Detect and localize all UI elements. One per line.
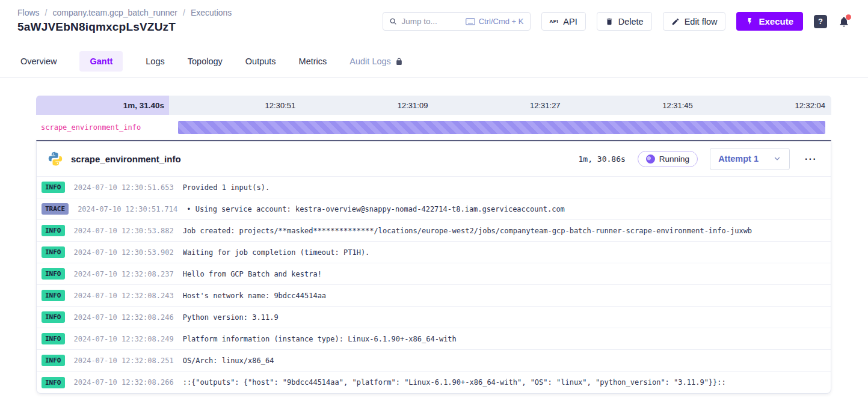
gantt-ticks: 12:30:5112:31:0912:31:2712:31:4512:32:04 bbox=[169, 96, 831, 115]
breadcrumb-item[interactable]: Executions bbox=[191, 8, 232, 17]
tab[interactable]: Outputs bbox=[245, 51, 276, 72]
tab-label: Metrics bbox=[299, 57, 327, 66]
log-timestamp: 2024-07-10 12:32:08.251 bbox=[74, 356, 174, 365]
attempt-label: Attempt 1 bbox=[718, 154, 759, 164]
log-level-badge: INFO bbox=[42, 333, 65, 344]
log-level-badge: INFO bbox=[42, 377, 65, 388]
status-badge: Running bbox=[638, 151, 698, 167]
execute-button[interactable]: Execute bbox=[736, 12, 803, 31]
notification-dot bbox=[846, 14, 851, 20]
tab[interactable]: Overview bbox=[20, 51, 57, 72]
toolbar: Jump to... Ctrl/Cmd + K API API bbox=[383, 12, 851, 31]
search-icon bbox=[389, 17, 397, 25]
log-level-badge: INFO bbox=[42, 225, 65, 236]
log-timestamp: 2024-07-10 12:30:53.882 bbox=[74, 227, 174, 235]
main-content: 1m, 31.40s 12:30:5112:31:0912:31:2712:31… bbox=[0, 78, 868, 394]
log-level-badge: INFO bbox=[42, 355, 65, 366]
tab-label: Overview bbox=[20, 57, 57, 66]
log-timestamp: 2024-07-10 12:32:08.246 bbox=[74, 313, 174, 322]
gantt-tick-label: 12:30:51 bbox=[169, 96, 301, 115]
task-menu-button[interactable]: ⋯ bbox=[802, 153, 819, 165]
tab-label: Logs bbox=[146, 57, 164, 66]
gantt-timeline-header: 1m, 31.40s 12:30:5112:31:0912:31:2712:31… bbox=[36, 96, 831, 115]
log-message: Provided 1 input(s). bbox=[183, 183, 270, 192]
log-row: INFO 2024-07-10 12:32:08.243 Host's netw… bbox=[37, 285, 831, 307]
log-row: INFO 2024-07-10 12:32:08.249 Platform in… bbox=[37, 328, 831, 350]
tab-label: Outputs bbox=[245, 57, 276, 66]
tab[interactable]: Audit Logs bbox=[349, 51, 403, 72]
log-row: INFO 2024-07-10 12:30:53.902 Waiting for… bbox=[37, 242, 831, 263]
delete-button-label: Delete bbox=[618, 17, 644, 26]
tab[interactable]: Metrics bbox=[299, 51, 327, 72]
help-glyph: ? bbox=[818, 17, 823, 26]
gantt-tick-label: 12:31:09 bbox=[301, 96, 434, 115]
tab-label: Gantt bbox=[90, 57, 112, 66]
log-message: Platform information (instance type): Li… bbox=[183, 335, 457, 343]
gantt-task-label[interactable]: scrape_environment_info bbox=[36, 123, 178, 132]
help-icon[interactable]: ? bbox=[814, 15, 827, 28]
lightning-icon bbox=[746, 17, 754, 26]
gantt-total-duration-label: 1m, 31.40s bbox=[123, 101, 164, 110]
breadcrumb-item[interactable]: company.team.gcp_batch_runner bbox=[52, 8, 190, 17]
notifications-bell-icon[interactable] bbox=[838, 16, 850, 28]
task-duration: 1m, 30.86s bbox=[579, 155, 626, 164]
shortcut-label: Ctrl/Cmd + K bbox=[479, 17, 524, 26]
log-message: • Using service account: kestra-overview… bbox=[186, 205, 565, 213]
tab[interactable]: Gantt bbox=[79, 51, 123, 72]
breadcrumb-item[interactable]: Flows bbox=[17, 8, 52, 17]
gantt-progress-bar[interactable] bbox=[178, 121, 825, 134]
log-row: INFO 2024-07-10 12:32:08.246 Python vers… bbox=[37, 307, 831, 328]
tab[interactable]: Topology bbox=[188, 51, 223, 72]
log-level-badge: INFO bbox=[42, 268, 65, 280]
task-header-controls: 1m, 30.86s Running Attempt 1 ⋯ bbox=[579, 148, 819, 170]
log-level-badge: INFO bbox=[42, 290, 65, 301]
log-timestamp: 2024-07-10 12:32:08.266 bbox=[74, 378, 174, 387]
log-timestamp: 2024-07-10 12:30:53.902 bbox=[74, 248, 174, 257]
log-message: Python version: 3.11.9 bbox=[183, 313, 279, 322]
log-level-badge: INFO bbox=[42, 311, 65, 323]
execute-button-label: Execute bbox=[759, 16, 793, 26]
edit-flow-button-label: Edit flow bbox=[685, 17, 718, 26]
log-level-badge: INFO bbox=[42, 246, 65, 258]
log-message: OS/Arch: linux/x86_64 bbox=[183, 356, 274, 365]
gantt-bar-area bbox=[178, 121, 831, 134]
log-row: INFO 2024-07-10 12:30:51.653 Provided 1 … bbox=[37, 177, 831, 198]
keyboard-icon bbox=[466, 18, 475, 25]
log-message: Job created: projects/**masked**********… bbox=[183, 227, 752, 235]
gantt-tick-label: 12:31:45 bbox=[567, 96, 699, 115]
search-input[interactable]: Jump to... Ctrl/Cmd + K bbox=[383, 12, 531, 31]
task-header: scrape_environment_info 1m, 30.86s Runni… bbox=[37, 141, 831, 177]
chevron-down-icon bbox=[773, 155, 781, 163]
tab-label: Topology bbox=[188, 57, 223, 66]
log-row: INFO 2024-07-10 12:30:53.882 Job created… bbox=[37, 220, 831, 242]
api-button[interactable]: API API bbox=[541, 12, 586, 31]
attempt-dropdown[interactable]: Attempt 1 bbox=[710, 148, 790, 170]
log-level-badge: TRACE bbox=[42, 203, 69, 215]
log-timestamp: 2024-07-10 12:32:08.243 bbox=[74, 292, 174, 300]
gantt-task-row: scrape_environment_info bbox=[36, 115, 831, 140]
task-name: scrape_environment_info bbox=[71, 154, 181, 164]
log-row: INFO 2024-07-10 12:32:08.266 ::{"outputs… bbox=[37, 372, 831, 393]
log-row: TRACE 2024-07-10 12:30:51.714 • Using se… bbox=[37, 198, 831, 220]
status-label: Running bbox=[659, 155, 689, 164]
log-timestamp: 2024-07-10 12:30:51.653 bbox=[74, 183, 174, 192]
delete-button[interactable]: Delete bbox=[597, 12, 652, 31]
gantt-tick-label: 12:32:04 bbox=[699, 96, 831, 115]
log-timestamp: 2024-07-10 12:30:51.714 bbox=[78, 205, 177, 213]
api-button-label: API bbox=[563, 17, 577, 26]
tab[interactable]: Logs bbox=[146, 51, 164, 72]
python-icon bbox=[48, 151, 63, 167]
log-level-badge: INFO bbox=[42, 182, 65, 193]
running-status-icon bbox=[646, 155, 655, 164]
lock-icon bbox=[395, 58, 403, 66]
log-message: Hello from GCP Batch and kestra! bbox=[183, 270, 322, 278]
log-message: Host's network name: 9bdcc44514aa bbox=[183, 292, 326, 300]
tab-bar: Overview Gantt Logs bbox=[0, 46, 868, 78]
log-list: INFO 2024-07-10 12:30:51.653 Provided 1 … bbox=[37, 177, 831, 393]
edit-flow-button[interactable]: Edit flow bbox=[663, 12, 726, 31]
log-row: INFO 2024-07-10 12:32:08.251 OS/Arch: li… bbox=[37, 350, 831, 372]
task-card: scrape_environment_info 1m, 30.86s Runni… bbox=[36, 140, 831, 394]
search-placeholder: Jump to... bbox=[402, 17, 461, 26]
log-message: ::{"outputs": {"host": "9bdcc44514aa", "… bbox=[183, 378, 726, 387]
pencil-icon bbox=[671, 17, 680, 26]
